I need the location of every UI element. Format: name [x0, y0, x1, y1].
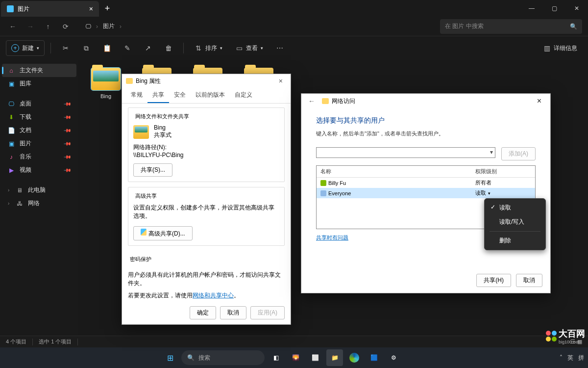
up-button[interactable]: ↑ — [41, 20, 55, 33]
menu-item-read[interactable]: 读取 — [487, 201, 543, 215]
taskbar-app[interactable]: ⬜ — [307, 349, 323, 366]
apply-button[interactable]: 应用(A) — [250, 306, 285, 319]
network-path: \\BILLYFU-PC\Bing — [133, 152, 279, 158]
music-icon: ♪ — [8, 154, 15, 160]
search-icon: 🔍 — [570, 23, 577, 30]
tab-general[interactable]: 常规 — [126, 88, 147, 103]
view-button[interactable]: ▭查看▾ — [230, 40, 268, 56]
sidebar-item-videos[interactable]: ▶视频📌 — [2, 163, 76, 177]
breadcrumb[interactable]: 🖵 › 图片 › — [80, 22, 436, 30]
cancel-button[interactable]: 取消 — [220, 306, 246, 319]
task-view-button[interactable]: ◧ — [268, 349, 284, 366]
ellipsis-icon: ⋯ — [276, 44, 284, 52]
sidebar-item-music[interactable]: ♪音乐📌 — [2, 150, 76, 163]
taskbar-edge[interactable] — [346, 349, 363, 366]
explorer-tab[interactable]: 图片 × — [1, 1, 99, 17]
share-button[interactable]: 共享(S)... — [133, 163, 172, 177]
tray-chevron-icon[interactable]: ˄ — [560, 354, 563, 361]
shield-icon — [141, 229, 147, 236]
download-icon: ⬇ — [8, 114, 15, 121]
network-center-link[interactable]: 网络和共享中心 — [193, 292, 234, 299]
command-toolbar: + 新建 ▾ ✂ ⧉ 📋 ✎ ↗ 🗑 ⇅排序▾ ▭查看▾ ⋯ ▥详细信息 — [0, 36, 588, 60]
table-row[interactable]: Everyone 读取 — [317, 188, 535, 198]
close-button[interactable]: × — [533, 95, 545, 107]
cut-button[interactable]: ✂ — [57, 40, 74, 56]
pictures-icon: ▣ — [8, 140, 15, 147]
maximize-button[interactable]: ▢ — [543, 0, 565, 17]
dialog-title: 网络访问 — [332, 97, 355, 105]
tab-security[interactable]: 安全 — [169, 88, 191, 103]
back-button[interactable]: ← — [6, 20, 20, 33]
back-button[interactable]: ← — [306, 95, 317, 107]
user-combobox[interactable] — [316, 147, 495, 158]
dialog-heading: 选择要与其共享的用户 — [316, 116, 536, 125]
ime-mode[interactable]: 拼 — [578, 354, 584, 362]
crumb-pictures[interactable]: 图片 — [103, 22, 115, 30]
sidebar-item-documents[interactable]: 📄文档📌 — [2, 124, 76, 137]
watermark-text: 大百网 — [559, 328, 585, 340]
details-pane-button[interactable]: ▥详细信息 — [538, 40, 582, 56]
column-name[interactable]: 名称 — [317, 166, 471, 177]
menu-item-readwrite[interactable]: 读取/写入 — [487, 215, 543, 229]
taskbar: ⊞ 🔍搜索 ◧ 🌄 ⬜ 📁 🟦 ⚙ ˄ 英 拼 — [0, 347, 588, 368]
cancel-button[interactable]: 取消 — [516, 274, 542, 287]
close-window-button[interactable]: ✕ — [565, 0, 588, 17]
plus-circle-icon: + — [11, 44, 19, 52]
folder-icon — [322, 98, 329, 104]
tab-customize[interactable]: 自定义 — [230, 88, 257, 103]
table-row[interactable]: Billy Fu 所有者 — [317, 178, 535, 188]
trouble-sharing-link[interactable]: 共享时有问题 — [316, 234, 348, 241]
copy-button[interactable]: ⧉ — [77, 40, 95, 56]
share-confirm-button[interactable]: 共享(H) — [476, 274, 511, 287]
network-access-dialog: ← 网络访问 × 选择要与其共享的用户 键入名称，然后单击"添加"，或者单击箭头… — [301, 93, 551, 293]
ok-button[interactable]: 确定 — [190, 306, 216, 319]
window-titlebar: 图片 × + ― ▢ ✕ — [0, 0, 588, 17]
more-button[interactable]: ⋯ — [271, 40, 289, 56]
tab-title: 图片 — [18, 5, 85, 13]
taskbar-app[interactable]: 🌄 — [287, 349, 304, 366]
add-button[interactable]: 添加(A) — [501, 147, 536, 160]
pin-icon: 📌 — [64, 113, 72, 121]
path-label: 网络路径(N): — [133, 143, 279, 152]
close-button[interactable]: × — [275, 75, 287, 87]
refresh-button[interactable]: ⟳ — [59, 20, 73, 33]
taskbar-settings[interactable]: ⚙ — [385, 349, 402, 366]
search-input[interactable]: 在 图片 中搜索 🔍 — [440, 19, 582, 34]
permission-dropdown[interactable]: 读取 — [471, 188, 535, 198]
taskbar-app[interactable]: 🟦 — [366, 349, 382, 366]
start-button[interactable]: ⊞ — [162, 349, 178, 366]
share-button[interactable]: ↗ — [139, 40, 157, 56]
sidebar-item-gallery[interactable]: ▣图库 — [2, 77, 76, 90]
password-protect-hint: 若要更改此设置，请使用网络和共享中心。 — [128, 291, 285, 300]
delete-button[interactable]: 🗑 — [160, 40, 177, 56]
section-title: 高级共享 — [133, 192, 159, 200]
sidebar-item-desktop[interactable]: 🖵桌面📌 — [2, 97, 76, 110]
sort-button[interactable]: ⇅排序▾ — [190, 40, 227, 56]
chevron-right-icon: › — [120, 23, 122, 30]
sidebar-item-downloads[interactable]: ⬇下载📌 — [2, 110, 76, 124]
watermark-url: big100.net — [559, 340, 585, 344]
sidebar-item-thispc[interactable]: ›🖥此电脑 — [2, 184, 76, 197]
minimize-button[interactable]: ― — [520, 0, 543, 17]
sidebar-item-pictures[interactable]: ▣图片📌 — [2, 137, 76, 150]
ime-indicator[interactable]: 英 — [567, 354, 573, 362]
taskbar-explorer[interactable]: 📁 — [326, 349, 343, 366]
taskbar-search[interactable]: 🔍搜索 — [181, 350, 265, 365]
advanced-share-button[interactable]: 高级共享(D)... — [133, 226, 193, 240]
tab-previous-versions[interactable]: 以前的版本 — [191, 88, 230, 103]
sidebar-item-network[interactable]: ›🖧网络 — [2, 197, 76, 210]
new-button[interactable]: + 新建 ▾ — [6, 40, 45, 56]
forward-button[interactable]: → — [24, 20, 37, 33]
menu-item-remove[interactable]: 删除 — [487, 234, 543, 248]
column-permission[interactable]: 权限级别 — [471, 166, 535, 177]
sidebar-item-home[interactable]: ⌂主文件夹 — [2, 64, 76, 77]
gear-icon: ⚙ — [391, 354, 396, 361]
tab-sharing[interactable]: 共享 — [147, 88, 169, 103]
paste-button[interactable]: 📋 — [98, 40, 116, 56]
search-placeholder: 在 图片 中搜索 — [445, 22, 484, 30]
folder-item[interactable]: Bing — [86, 68, 125, 99]
new-tab-button[interactable]: + — [99, 0, 116, 17]
close-tab-icon[interactable]: × — [89, 5, 93, 13]
user-icon — [320, 180, 326, 186]
rename-button[interactable]: ✎ — [119, 40, 136, 56]
